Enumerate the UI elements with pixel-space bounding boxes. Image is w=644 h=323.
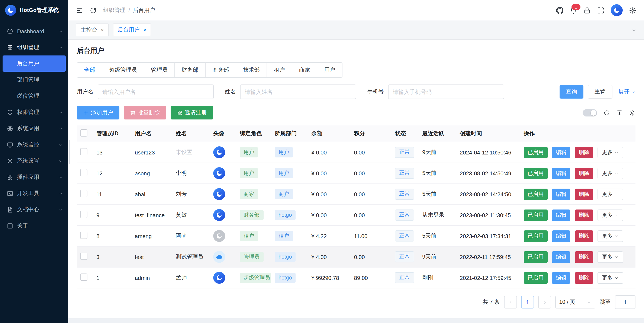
invite-register-button[interactable]: 邀请注册 [170, 106, 213, 120]
row-checkbox[interactable] [80, 169, 88, 176]
delete-button[interactable]: 删除 [575, 272, 593, 283]
delete-button[interactable]: 删除 [575, 209, 593, 221]
sidebar-item-about[interactable]: 关于 [0, 218, 68, 234]
breadcrumb-parent[interactable]: 组织管理 [103, 7, 126, 14]
settings-gear-icon[interactable] [629, 7, 636, 14]
more-button[interactable]: 更多 [598, 188, 623, 200]
row-density-icon[interactable] [616, 109, 623, 116]
enabled-button[interactable]: 已启用 [524, 251, 548, 263]
delete-button[interactable]: 删除 [575, 251, 593, 263]
role-tab-tech[interactable]: 技术部 [236, 62, 267, 78]
table-row[interactable]: 8 ameng 阿萌 租户 租户 ¥ 4.22 11.00 正常 5天前 202… [77, 225, 636, 246]
sidebar-item-post-management[interactable]: 岗位管理 [0, 88, 68, 104]
sidebar-item-system-settings[interactable]: 系统设置 [0, 153, 68, 169]
bell-icon[interactable]: 1 [570, 7, 577, 14]
edit-button[interactable]: 编辑 [552, 209, 570, 221]
page-size-select[interactable]: 10 / 页 [555, 296, 596, 308]
table-row[interactable]: 1 admin 孟帅 超级管理员 hotgo ¥ 99290.78 89.00 … [77, 267, 636, 288]
search-button[interactable]: 查询 [560, 85, 584, 99]
delete-button[interactable]: 删除 [575, 147, 593, 158]
delete-button[interactable]: 删除 [575, 188, 593, 200]
more-button[interactable]: 更多 [598, 147, 623, 158]
sidebar-item-system-apps[interactable]: 系统应用 [0, 120, 68, 137]
role-tab-business[interactable]: 商务部 [205, 62, 236, 78]
prev-page-button[interactable] [504, 296, 517, 308]
sidebar-item-label: 系统应用 [17, 125, 58, 132]
refresh-icon[interactable] [90, 7, 97, 14]
enabled-button[interactable]: 已启用 [524, 209, 548, 221]
lock-icon[interactable] [584, 7, 591, 14]
edit-button[interactable]: 编辑 [552, 251, 570, 263]
row-checkbox[interactable] [80, 190, 88, 197]
fullscreen-icon[interactable] [597, 7, 604, 14]
batch-delete-button[interactable]: 批量删除 [124, 106, 166, 120]
phone-input[interactable] [388, 85, 504, 99]
edit-button[interactable]: 编辑 [552, 230, 570, 242]
more-button[interactable]: 更多 [598, 209, 623, 221]
more-button[interactable]: 更多 [598, 272, 623, 283]
enabled-button[interactable]: 已启用 [524, 272, 548, 283]
column-settings-gear-icon[interactable] [629, 109, 636, 116]
reload-table-icon[interactable] [604, 109, 610, 116]
jump-to-input[interactable] [615, 295, 636, 309]
role-tab-finance[interactable]: 财务部 [174, 62, 206, 78]
page-number-button[interactable]: 1 [521, 296, 534, 308]
sidebar-item-dev-tools[interactable]: 开发工具 [0, 185, 68, 201]
row-checkbox[interactable] [80, 211, 88, 218]
delete-button[interactable]: 删除 [575, 167, 593, 179]
scrollbar-thumb[interactable] [69, 140, 70, 164]
tab-backend-users[interactable]: 后台用户 × [113, 24, 151, 36]
role-tab-all[interactable]: 全部 [77, 62, 102, 78]
sidebar-item-backend-users[interactable]: 后台用户 [2, 56, 66, 72]
row-checkbox[interactable] [80, 232, 88, 239]
table-row[interactable]: 12 asong 李明 用户 用户 ¥ 0.00 0.00 正常 5天前 202… [77, 163, 636, 184]
sidebar-item-department-management[interactable]: 部门管理 [0, 72, 68, 88]
table-row[interactable]: 13 user123 未设置 用户 用户 ¥ 0.00 0.00 正常 9天前 … [77, 142, 636, 163]
reset-button[interactable]: 重置 [588, 85, 612, 99]
close-icon[interactable]: × [101, 27, 104, 33]
table-row[interactable]: 11 abai 刘芳 商家 商户 ¥ 0.00 0.00 正常 5天前 2023… [77, 184, 636, 205]
sidebar-item-plugin-apps[interactable]: 插件应用 [0, 169, 68, 185]
enabled-button[interactable]: 已启用 [524, 188, 548, 200]
role-tab-admin[interactable]: 管理员 [144, 62, 175, 78]
tab-console[interactable]: 主控台 × [76, 24, 108, 36]
row-checkbox[interactable] [80, 148, 88, 155]
edit-button[interactable]: 编辑 [552, 188, 570, 200]
row-checkbox[interactable] [80, 253, 88, 260]
collapse-menu-icon[interactable] [76, 7, 83, 14]
sidebar-item-doc-center[interactable]: 文档中心 [0, 201, 68, 218]
toggle-switch[interactable] [582, 109, 597, 116]
next-page-button[interactable] [538, 296, 551, 308]
edit-button[interactable]: 编辑 [552, 272, 570, 283]
edit-button[interactable]: 编辑 [552, 167, 570, 179]
row-avatar [213, 272, 225, 284]
add-user-button[interactable]: 添加用户 [77, 106, 120, 120]
more-button[interactable]: 更多 [598, 230, 623, 242]
sidebar-item-dashboard[interactable]: Dashboard [0, 23, 68, 39]
role-tab-super-admin[interactable]: 超级管理员 [102, 62, 144, 78]
select-all-checkbox[interactable] [80, 129, 88, 137]
enabled-button[interactable]: 已启用 [524, 147, 548, 158]
enabled-button[interactable]: 已启用 [524, 167, 548, 179]
close-icon[interactable]: × [143, 27, 146, 33]
enabled-button[interactable]: 已启用 [524, 230, 548, 242]
name-input[interactable] [240, 85, 356, 99]
more-button[interactable]: 更多 [598, 167, 623, 179]
table-row[interactable]: 3 test 测试管理员 管理员 hotgo ¥ 4.00 0.00 正常 9天… [77, 246, 636, 267]
role-tab-user[interactable]: 用户 [317, 62, 342, 78]
sidebar-item-organization[interactable]: 组织管理 [0, 39, 68, 56]
github-icon[interactable] [556, 7, 564, 14]
expand-link[interactable]: 展开 [618, 88, 636, 96]
chevron-down-icon[interactable] [632, 28, 636, 32]
user-avatar[interactable] [611, 4, 623, 16]
username-input[interactable] [98, 85, 214, 99]
table-row[interactable]: 9 test_finance 黄敏 财务部 hotgo ¥ 0.00 0.00 … [77, 205, 636, 225]
edit-button[interactable]: 编辑 [552, 147, 570, 158]
row-checkbox[interactable] [80, 273, 88, 281]
role-tab-tenant[interactable]: 租户 [266, 62, 292, 78]
sidebar-item-permission[interactable]: 权限管理 [0, 104, 68, 120]
sidebar-item-system-monitor[interactable]: 系统监控 [0, 137, 68, 153]
role-tab-merchant[interactable]: 商家 [292, 62, 317, 78]
delete-button[interactable]: 删除 [575, 230, 593, 242]
more-button[interactable]: 更多 [598, 251, 623, 263]
